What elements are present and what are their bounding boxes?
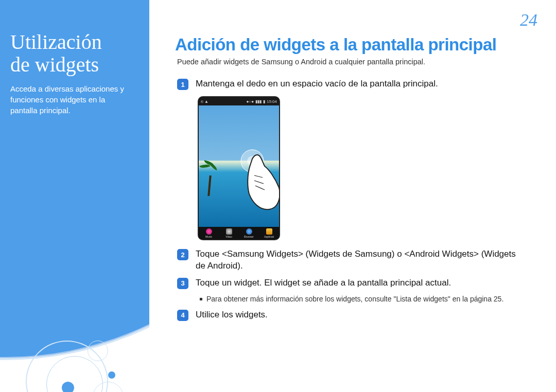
step-3-note: Para obtener más información sobre los w… bbox=[200, 294, 535, 304]
main-content: Adición de widgets a la pantalla princip… bbox=[175, 35, 535, 326]
dock-label: Applicati bbox=[264, 235, 274, 238]
usb-icon: ⎋ bbox=[201, 99, 203, 104]
sidebar-description: Acceda a diversas aplicaciones y funcion… bbox=[10, 83, 129, 116]
sidebar-panel: Utilización de widgets Acceda a diversas… bbox=[0, 0, 149, 392]
step-number-badge: 1 bbox=[177, 79, 188, 90]
dock-label: Browser bbox=[244, 235, 253, 238]
phone-wallpaper bbox=[199, 105, 279, 227]
battery-icon: ▮ bbox=[263, 99, 265, 104]
palm-tree-icon bbox=[203, 165, 216, 196]
section-heading: Adición de widgets a la pantalla princip… bbox=[175, 35, 535, 55]
section-intro: Puede añadir widgets de Samsung o Androi… bbox=[177, 58, 535, 66]
step-number-badge: 4 bbox=[177, 310, 188, 321]
sidebar-title-line2: de widgets bbox=[10, 53, 99, 76]
note-text: Para obtener más información sobre los w… bbox=[206, 294, 503, 304]
sidebar-title: Utilización de widgets bbox=[10, 31, 139, 76]
dock-apps-icon: Applicati bbox=[259, 227, 279, 239]
steps-list: 1 Mantenga el dedo en un espacio vacío d… bbox=[177, 78, 535, 321]
phone-illustration: ⎋ ▲ ●○● ▮▮▮ ▮ 15:04 bbox=[198, 96, 535, 240]
step-text: Toque un widget. El widget se añade a la… bbox=[196, 277, 451, 289]
step-text: Mantenga el dedo en un espacio vacío de … bbox=[196, 78, 438, 90]
dock-label: Video bbox=[225, 235, 232, 238]
step-4: 4 Utilice los widgets. bbox=[177, 309, 535, 321]
dock-video-icon: Video bbox=[219, 227, 239, 239]
deco-dot-icon bbox=[108, 371, 115, 379]
phone-dock: Music Video Browser Applicati bbox=[199, 227, 279, 239]
deco-dot-icon bbox=[62, 382, 74, 392]
signal-icon: ▮▮▮ bbox=[255, 99, 262, 104]
statusbar-left-icons: ⎋ ▲ bbox=[201, 99, 208, 104]
dock-browser-icon: Browser bbox=[239, 227, 259, 239]
step-text: Toque <Samsung Widgets> (Widgets de Sams… bbox=[196, 248, 525, 272]
deco-ring-icon bbox=[88, 341, 108, 361]
page-number: 24 bbox=[520, 10, 537, 30]
step-2: 2 Toque <Samsung Widgets> (Widgets de Sa… bbox=[177, 248, 535, 272]
phone-statusbar: ⎋ ▲ ●○● ▮▮▮ ▮ 15:04 bbox=[199, 97, 279, 105]
bullet-square-icon bbox=[200, 298, 202, 300]
dock-music-icon: Music bbox=[199, 227, 219, 239]
step-3: 3 Toque un widget. El widget se añade a … bbox=[177, 277, 535, 289]
page-indicator-icon: ●○● bbox=[246, 99, 254, 104]
step-number-badge: 3 bbox=[177, 278, 188, 289]
statusbar-right: ●○● ▮▮▮ ▮ 15:04 bbox=[246, 99, 277, 104]
status-time: 15:04 bbox=[267, 99, 277, 104]
step-number-badge: 2 bbox=[177, 249, 188, 260]
warning-icon: ▲ bbox=[204, 99, 208, 104]
sidebar-title-line1: Utilización bbox=[10, 30, 102, 54]
step-1: 1 Mantenga el dedo en un espacio vacío d… bbox=[177, 78, 535, 90]
dock-label: Music bbox=[205, 235, 212, 238]
sidebar-content: Utilización de widgets Acceda a diversas… bbox=[10, 31, 139, 116]
page: 24 Utilización de widgets Acceda a diver… bbox=[0, 0, 556, 392]
phone-frame: ⎋ ▲ ●○● ▮▮▮ ▮ 15:04 bbox=[198, 96, 280, 240]
step-text: Utilice los widgets. bbox=[196, 309, 268, 321]
touch-hand-icon bbox=[232, 145, 280, 211]
